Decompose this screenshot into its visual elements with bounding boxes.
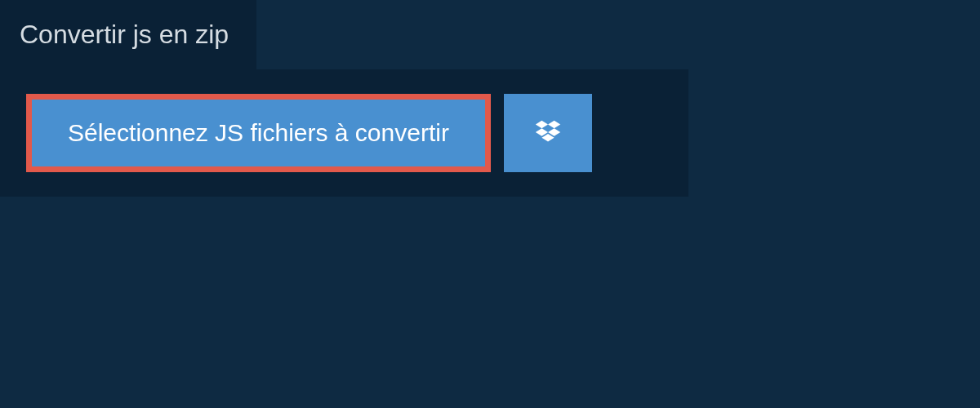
tab-bar: Convertir js en zip (0, 0, 980, 69)
tab-convert-js-zip[interactable]: Convertir js en zip (0, 0, 256, 69)
upload-panel: Sélectionnez JS fichiers à convertir (0, 69, 688, 197)
select-files-label: Sélectionnez JS fichiers à convertir (68, 119, 449, 147)
dropbox-button[interactable] (504, 94, 592, 172)
tab-title: Convertir js en zip (20, 20, 229, 49)
select-files-button[interactable]: Sélectionnez JS fichiers à convertir (26, 94, 491, 172)
button-row: Sélectionnez JS fichiers à convertir (26, 94, 662, 172)
dropbox-icon (532, 118, 564, 149)
